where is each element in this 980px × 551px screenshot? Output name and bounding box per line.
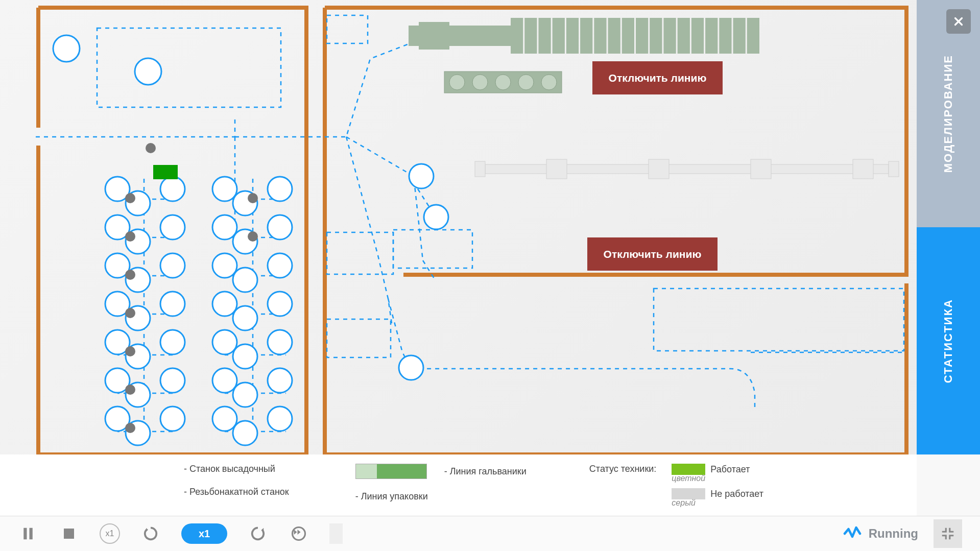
machine-station[interactable] [160,292,185,316]
rewind-icon [143,526,158,541]
galvanic-segment [594,18,606,54]
svg-rect-3 [546,159,567,179]
machine-station[interactable] [268,368,292,393]
path-connector [36,118,235,137]
station-circle[interactable] [409,164,434,188]
galvanic-segment [663,18,676,54]
sim-status-text: Running [869,526,918,541]
machine-station[interactable] [268,215,292,239]
galvanic-line-icon [355,464,427,479]
machine-station[interactable] [233,421,257,445]
machine-station[interactable] [212,215,237,239]
machine-station[interactable] [233,268,257,292]
svg-rect-0 [419,22,449,50]
agv-node [125,385,135,395]
galvanic-segment [622,18,634,54]
machine-station[interactable] [212,368,237,393]
galvanic-segment [608,18,620,54]
machine-station[interactable] [268,406,292,431]
rewind-button[interactable] [140,523,161,544]
machine-station[interactable] [233,344,257,369]
galvanic-segment [553,18,565,54]
machine-station[interactable] [212,253,237,278]
svg-rect-13 [64,529,74,539]
minimize-button[interactable] [934,519,962,548]
machine-station[interactable] [160,330,185,354]
tab-statistics[interactable]: СТАТИСТИКА [917,227,980,454]
close-icon [952,15,965,28]
machine-station[interactable] [160,215,185,239]
speedup-icon [250,526,266,541]
fast-forward-button[interactable] [289,523,309,544]
disable-line-button[interactable]: Отключить линию [592,61,723,94]
ff-icon [291,526,306,541]
path-connector [388,260,755,409]
buffer-area [393,230,472,268]
conveyor-wheel [518,75,534,90]
agv-node [248,231,258,242]
galvanic-segment [524,18,537,54]
sim-status: Running [843,524,918,543]
station-circle[interactable] [399,355,423,380]
conveyor-wheel [449,75,465,90]
station-circle[interactable] [53,35,80,62]
disable-line-button[interactable]: Отключить линию [587,237,718,271]
machine-station[interactable] [212,177,237,201]
galvanic-segment [733,18,746,54]
legend: - Станок высадочный - Резьбонакатной ста… [0,454,917,516]
machine-station[interactable] [212,406,237,431]
galvanic-segment [650,18,662,54]
buffer-area [327,232,393,274]
conveyor-wheel [495,75,511,90]
machine-station[interactable] [212,330,237,354]
machine-station[interactable] [268,330,292,354]
machine-station[interactable] [160,253,185,278]
stop-button[interactable] [59,523,79,544]
legend-notworking: Не работает [710,489,763,499]
close-button[interactable] [946,9,971,34]
simulation-canvas: Отключить линиюОтключить линию [0,0,917,454]
agv-node [146,143,156,153]
speed-up-button[interactable] [248,523,268,544]
agv-node [125,346,135,356]
playback-toolbar: x1 x1 Running [0,516,980,551]
side-tabs: МОДЕЛИРОВАНИЕ СТАТИСТИКА [917,0,980,454]
machine-station[interactable] [233,382,257,407]
speed-down-label: x1 [106,529,114,538]
machine-station[interactable] [160,406,185,431]
speed-indicator[interactable]: x1 [181,523,227,544]
legend-galvanic: - Линия гальваники [444,466,527,477]
svg-rect-2 [889,161,899,177]
svg-rect-4 [649,159,669,179]
agv-node [248,193,258,203]
tab-modeling[interactable]: МОДЕЛИРОВАНИЕ [917,0,980,227]
machine-station[interactable] [160,177,185,201]
machine-station[interactable] [268,177,292,201]
galvanic-segment [636,18,648,54]
conveyor-wheel [472,75,488,90]
agv-node [125,308,135,318]
legend-packing: - Линия упаковки [355,491,428,502]
status-working-swatch [672,464,705,475]
station-circle[interactable] [135,58,161,85]
galvanic-segment [580,18,592,54]
galvanic-segment [747,18,759,54]
station-circle[interactable] [424,205,448,229]
floor-plan-svg: Отключить линиюОтключить линию [0,0,917,454]
agv-node [125,231,135,242]
machine-station[interactable] [160,368,185,393]
forklift[interactable] [153,165,178,179]
machine-station[interactable] [233,306,257,330]
machine-station[interactable] [268,292,292,316]
minimize-icon [940,526,955,541]
legend-working: Работает [710,464,750,475]
speed-down-button[interactable]: x1 [100,523,120,544]
svg-rect-6 [853,159,873,179]
agv-node [125,270,135,280]
machine-station[interactable] [268,253,292,278]
agv-node [125,193,135,203]
machine-station[interactable] [212,292,237,316]
pause-button[interactable] [18,523,38,544]
buffer-area [327,319,391,357]
buffer-area [327,15,368,43]
